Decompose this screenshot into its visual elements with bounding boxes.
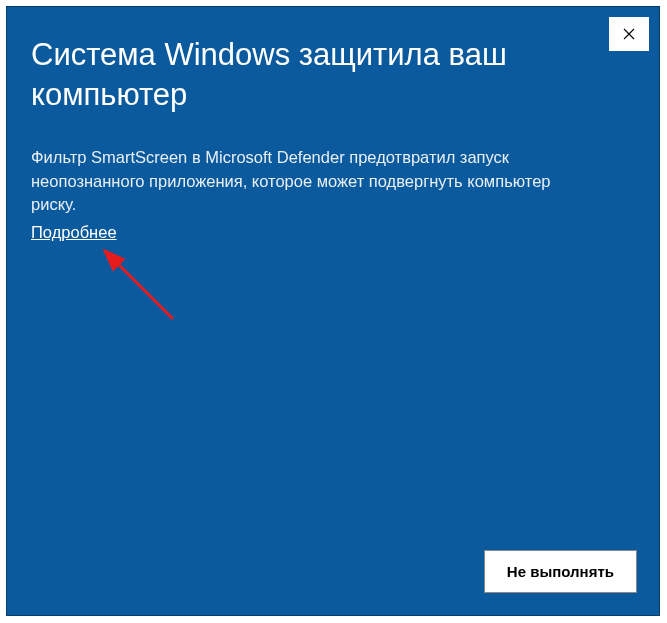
dont-run-button[interactable]: Не выполнять	[484, 550, 637, 593]
dialog-title: Система Windows защитила ваш компьютер	[7, 7, 567, 116]
close-button[interactable]	[609, 17, 649, 51]
svg-line-0	[115, 261, 173, 319]
close-icon	[623, 26, 635, 43]
annotation-arrow-icon	[103, 249, 193, 339]
dialog-body: Фильтр SmartScreen в Microsoft Defender …	[7, 116, 597, 218]
more-info-link[interactable]: Подробнее	[31, 223, 117, 242]
smartscreen-dialog: Система Windows защитила ваш компьютер Ф…	[6, 6, 660, 616]
